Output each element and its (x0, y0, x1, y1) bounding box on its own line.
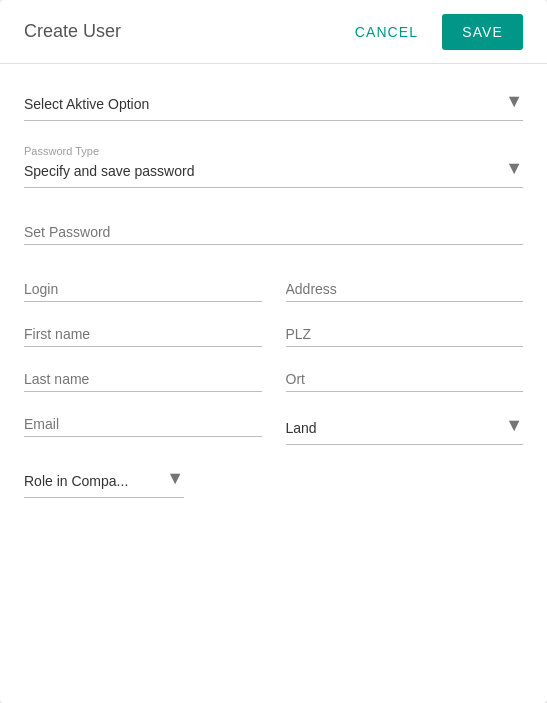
set-password-input[interactable] (24, 220, 523, 245)
login-address-row (24, 277, 523, 302)
login-input[interactable] (24, 277, 262, 302)
password-type-label: Password Type (24, 145, 523, 157)
role-arrow-icon: ▼ (166, 468, 184, 489)
set-password-field (24, 220, 523, 245)
plz-input[interactable] (286, 322, 524, 347)
header: Create User CANCEL SAVE (0, 0, 547, 64)
role-value: Role in Compa... (24, 469, 184, 493)
password-type-select[interactable]: Password Type Specify and save password … (24, 141, 523, 188)
active-option-value: Select Aktive Option (24, 92, 523, 116)
form-content: Select Aktive Option ▼ Password Type Spe… (0, 64, 547, 530)
cancel-button[interactable]: CANCEL (339, 16, 435, 48)
land-value: Land (286, 416, 524, 440)
address-input[interactable] (286, 277, 524, 302)
login-field (24, 277, 262, 302)
first-name-input[interactable] (24, 322, 262, 347)
lastname-ort-row (24, 367, 523, 392)
last-name-input[interactable] (24, 367, 262, 392)
first-name-field (24, 322, 262, 347)
address-field (286, 277, 524, 302)
create-user-card: Create User CANCEL SAVE Select Aktive Op… (0, 0, 547, 703)
active-option-select[interactable]: Select Aktive Option ▼ (24, 88, 523, 121)
password-type-arrow-icon: ▼ (505, 158, 523, 179)
land-select[interactable]: Land ▼ (286, 412, 524, 445)
role-select[interactable]: Role in Compa... ▼ (24, 465, 184, 498)
last-name-field (24, 367, 262, 392)
ort-input[interactable] (286, 367, 524, 392)
email-input[interactable] (24, 412, 262, 437)
header-actions: CANCEL SAVE (339, 14, 523, 50)
plz-field (286, 322, 524, 347)
password-type-value: Specify and save password (24, 159, 523, 183)
save-button[interactable]: SAVE (442, 14, 523, 50)
active-option-arrow-icon: ▼ (505, 91, 523, 112)
email-land-row: Land ▼ (24, 412, 523, 445)
firstname-plz-row (24, 322, 523, 347)
email-field (24, 412, 262, 445)
ort-field (286, 367, 524, 392)
land-arrow-icon: ▼ (505, 415, 523, 436)
page-title: Create User (24, 21, 121, 42)
